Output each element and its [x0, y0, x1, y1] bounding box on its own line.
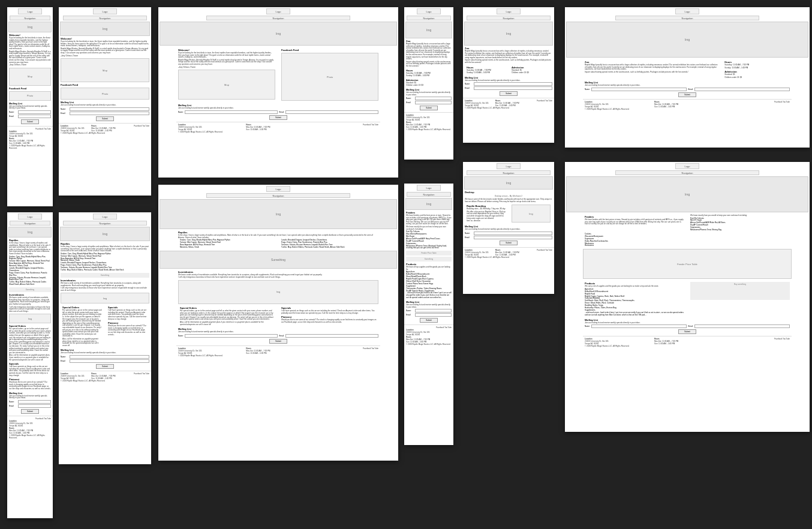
logo: Logo	[18, 214, 42, 220]
submit-button[interactable]: Submit	[96, 364, 114, 369]
name-input[interactable]	[70, 355, 149, 359]
yt-link[interactable]: YouTube	[44, 128, 51, 130]
submit-button[interactable]: Submit	[500, 91, 518, 96]
submit-button[interactable]: Submit	[21, 409, 39, 414]
nav[interactable]: Navigation	[63, 221, 147, 226]
footer: Facebook YouTube Location2130 E Universi…	[7, 416, 53, 440]
so-p1: For special orders, go on to the contact…	[9, 328, 51, 354]
nav[interactable]: Navigation	[63, 16, 147, 20]
submit-button[interactable]: Submit	[96, 116, 114, 121]
logo: Logo	[93, 214, 117, 220]
mailing-text: Join our mailing list and receive weekly…	[585, 85, 790, 87]
so-p2: Also, call for information on payable pa…	[9, 354, 51, 361]
home-mobile: Logo Navigation Img Welcome! If you're l…	[7, 7, 53, 206]
buy-placeholder: Buy something	[690, 282, 790, 300]
mailing-text: Join our mailing list and receive weekly…	[178, 331, 378, 333]
list-item: ...and much more plus hard to do it here…	[406, 292, 452, 299]
name-input[interactable]	[70, 107, 149, 111]
email-input[interactable]	[694, 324, 790, 328]
nav[interactable]: Navigation	[467, 170, 551, 175]
email-input[interactable]	[18, 404, 51, 408]
home-desktop: Logo Navigation Img Welcome! If you're l…	[158, 7, 398, 178]
email-input[interactable]	[70, 112, 149, 115]
nav[interactable]: Navigation	[615, 16, 759, 20]
boarding-b2: We offer a discount on Reptiles! Easy in…	[467, 211, 506, 220]
nav[interactable]: Navigation	[467, 16, 551, 20]
logo: Logo	[497, 8, 521, 14]
fb-link[interactable]: Facebook	[537, 100, 545, 102]
yt-link[interactable]: YouTube	[545, 100, 552, 102]
list-item: Hornworms	[585, 245, 684, 247]
name-input[interactable]	[18, 110, 51, 114]
name-input[interactable]	[185, 334, 278, 338]
email-input[interactable]	[415, 101, 452, 104]
boarding-p1: We house some of the best exotic snake f…	[465, 199, 552, 203]
email-input[interactable]	[285, 110, 378, 114]
hero: Img	[566, 176, 808, 212]
footer: Location 2130 E University Dr, Ste 105 T…	[404, 112, 453, 132]
zoo-desktop: Logo Navigation Img Zoo Reptile Mogul pr…	[565, 7, 810, 148]
yt-link[interactable]: YouTube	[371, 124, 378, 126]
zoo-hours-sun: Sunday: 11:00 AM – 5:00 PM	[406, 75, 452, 77]
welcome-p2: Reptile Mogul Exotics (formerly Reptiles…	[61, 48, 149, 55]
fb-link[interactable]: Facebook	[134, 125, 142, 127]
name-input[interactable]	[415, 97, 452, 100]
email-input[interactable]	[474, 86, 552, 90]
footer: Location2130 E University Dr, Ste 105Tem…	[583, 336, 792, 348]
nav[interactable]: Navigation	[206, 16, 350, 20]
name-input[interactable]	[185, 110, 278, 114]
inv-p2: I sell only energonous tarantulas to tho…	[178, 276, 378, 279]
footer: Location2130 E University Dr, Ste 105Tem…	[176, 345, 380, 358]
yt-link[interactable]: YouTube	[783, 101, 790, 103]
submit-button[interactable]: Submit	[420, 106, 438, 110]
mailing-title: Mailing List	[9, 392, 51, 395]
submit-button[interactable]: Submit	[678, 329, 696, 334]
email-input[interactable]	[70, 359, 149, 363]
hero: Img	[464, 176, 553, 190]
submit-button[interactable]: Submit	[500, 241, 518, 245]
logo: Logo	[18, 8, 42, 14]
welcome-p2: Reptile Mogul Exotics (formerly Reptiles…	[178, 59, 275, 66]
fb-title: Facebook Feed	[61, 83, 149, 86]
name-input[interactable]	[591, 88, 687, 91]
footer: Location2130 E University Dr, Ste 105Tem…	[583, 99, 792, 112]
submit-button[interactable]: Submit	[678, 92, 696, 97]
name-input[interactable]	[474, 82, 552, 86]
fb-link[interactable]: Facebook	[363, 124, 371, 126]
nav[interactable]: Navigation	[10, 221, 50, 226]
feeder-table: Feeder Price Table	[583, 249, 792, 279]
nav[interactable]: Navigation	[407, 192, 451, 197]
name-input[interactable]	[18, 400, 51, 404]
hero: Img	[160, 22, 397, 46]
so-p1: For special orders, go on to the contact…	[180, 310, 275, 321]
fb-link[interactable]: Facebook	[35, 128, 43, 130]
email-input[interactable]	[285, 334, 378, 338]
nav[interactable]: Navigation	[206, 193, 350, 198]
submit-button[interactable]: Submit	[420, 318, 438, 323]
nav[interactable]: Navigation	[407, 16, 451, 20]
name-input[interactable]	[415, 309, 452, 312]
fb-photo: Photo	[61, 88, 149, 100]
email-input[interactable]	[415, 313, 452, 317]
nav[interactable]: Navigation	[10, 16, 50, 20]
zoo-tablet: Logo Navigation Img Zoo Reptile Mogul pr…	[463, 7, 554, 143]
email-input[interactable]	[474, 236, 552, 239]
fb-link[interactable]: Facebook	[774, 101, 782, 103]
yt-link[interactable]: YouTube	[142, 125, 149, 127]
email-input[interactable]	[18, 115, 51, 118]
so-p1: For special orders, go on to the contact…	[62, 309, 102, 338]
hero-placeholder: Img	[8, 22, 52, 32]
submit-button[interactable]: Submit	[269, 115, 287, 120]
email-input[interactable]	[694, 88, 790, 91]
name-input[interactable]	[474, 232, 552, 235]
nav[interactable]: Navigation	[615, 170, 759, 175]
welcome-signed: -Joey Chheun, Owner	[9, 64, 51, 67]
logo: Logo	[675, 163, 699, 169]
submit-button[interactable]: Submit	[21, 119, 39, 124]
name-input[interactable]	[591, 324, 687, 328]
submit-button[interactable]: Submit	[269, 339, 287, 344]
inv-p1: We have a wide variety of invertebrates …	[9, 297, 51, 305]
map-placeholder: Map	[178, 70, 275, 100]
hero: Img	[60, 22, 150, 36]
list-item: Turtles: Mup, Bulrick Sliders, Peninsula…	[61, 269, 149, 272]
